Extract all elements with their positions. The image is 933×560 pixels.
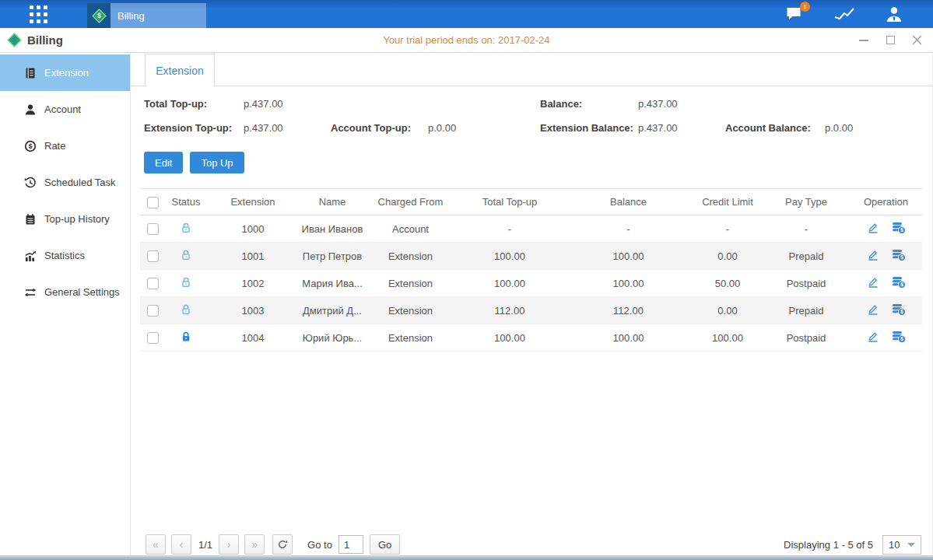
svg-text:$: $ — [900, 336, 903, 342]
name-cell: Мария Ива... — [299, 270, 366, 297]
credit-limit-cell: - — [693, 215, 763, 243]
total-topup-cell: 112.00 — [455, 297, 564, 324]
account-icon — [23, 103, 37, 116]
edit-pencil-icon[interactable] — [867, 303, 879, 316]
topup-coins-icon[interactable]: $ — [892, 331, 906, 343]
table-row[interactable]: 1001 Петр Петров Extension 100.00 100.00… — [140, 243, 922, 270]
table-row[interactable]: 1000 Иван Иванов Account - - - - $ — [140, 215, 922, 243]
sidebar-item-general-settings[interactable]: General Settings — [0, 274, 130, 310]
edit-pencil-icon[interactable] — [867, 331, 879, 343]
close-icon[interactable] — [911, 35, 922, 46]
sidebar-item-extension[interactable]: Extension — [0, 54, 130, 91]
lock-closed-icon[interactable] — [180, 331, 192, 343]
pay-type-cell: - — [763, 215, 850, 243]
account-balance-label: Account Balance: — [725, 122, 811, 134]
lock-open-icon[interactable] — [180, 276, 192, 289]
column-header-total-topup: Total Top-up — [455, 189, 564, 215]
extension-cell: 1003 — [207, 297, 299, 324]
sidebar-item-label: General Settings — [44, 286, 120, 298]
sidebar-item-account[interactable]: Account — [0, 91, 130, 128]
sidebar-item-scheduled-task[interactable]: Scheduled Task — [0, 164, 130, 201]
column-header-pay-type: Pay Type — [763, 189, 850, 215]
next-page-button[interactable]: › — [219, 534, 239, 555]
window-titlebar: $ Billing Your trial period ends on: 201… — [0, 28, 933, 53]
main-content: Extension Total Top-up: p.437.00 Balance… — [131, 53, 932, 555]
credit-limit-cell: 50.00 — [693, 270, 763, 297]
sidebar-item-label: Extension — [44, 67, 89, 79]
column-header-extension: Extension — [207, 189, 299, 215]
goto-page-input[interactable] — [338, 535, 363, 554]
notifications-icon[interactable]: ! — [785, 6, 804, 22]
sidebar-item-statistics[interactable]: Statistics — [0, 237, 130, 274]
taskbar-billing-tab[interactable]: $ Billing — [87, 3, 206, 28]
select-all-checkbox[interactable] — [147, 197, 159, 208]
statistics-chart-icon[interactable] — [833, 6, 855, 22]
topup-history-icon — [23, 212, 37, 226]
name-cell: Иван Иванов — [299, 215, 366, 243]
user-account-icon[interactable] — [885, 6, 903, 23]
table-row[interactable]: 1004 Юрий Юрь... Extension 100.00 100.00… — [140, 324, 922, 352]
table-row[interactable]: 1003 Дмитрий Д... Extension 112.00 112.0… — [140, 297, 922, 324]
extension-balance-label: Extension Balance: — [540, 122, 633, 134]
balance-value: p.437.00 — [638, 98, 678, 110]
tab-strip: Extension — [131, 53, 932, 86]
extension-table: Status Extension Name Charged From Total… — [140, 188, 922, 352]
tab-extension[interactable]: Extension — [145, 54, 215, 86]
account-topup-label: Account Top-up: — [331, 122, 411, 134]
lock-open-icon[interactable] — [180, 303, 192, 316]
extension-icon — [23, 66, 37, 79]
window-title: Billing — [27, 33, 63, 47]
sidebar-item-label: Top-up History — [44, 213, 110, 225]
table-header-row: Status Extension Name Charged From Total… — [140, 189, 922, 215]
edit-pencil-icon[interactable] — [867, 249, 879, 261]
balance-label: Balance: — [540, 98, 582, 110]
table-row[interactable]: 1002 Мария Ива... Extension 100.00 100.0… — [140, 270, 922, 297]
charged-from-cell: Extension — [366, 297, 455, 324]
row-checkbox[interactable] — [147, 278, 159, 289]
sidebar-item-label: Scheduled Task — [44, 177, 116, 188]
extension-topup-value: p.437.00 — [244, 122, 283, 134]
topup-coins-icon[interactable]: $ — [892, 249, 906, 261]
billing-app-window: $ Billing ! $ Billing Your trial period … — [0, 0, 933, 560]
balance-cell: - — [564, 215, 693, 243]
maximize-icon[interactable] — [885, 35, 896, 46]
row-checkbox[interactable] — [147, 332, 159, 344]
total-topup-cell: 100.00 — [455, 324, 564, 352]
column-header-operation: Operation — [850, 189, 922, 215]
page-size-dropdown[interactable]: 10 — [882, 535, 921, 555]
top-taskbar: $ Billing ! — [0, 0, 933, 28]
lock-open-icon[interactable] — [180, 222, 192, 234]
account-balance-value: p.0.00 — [825, 122, 853, 134]
charged-from-cell: Extension — [366, 270, 455, 297]
row-checkbox[interactable] — [147, 250, 159, 262]
lock-open-icon[interactable] — [180, 249, 192, 261]
first-page-button[interactable]: « — [146, 534, 166, 555]
topup-coins-icon[interactable]: $ — [892, 276, 906, 289]
edit-button[interactable]: Edit — [144, 152, 183, 173]
topup-button[interactable]: Top Up — [190, 152, 244, 173]
sidebar-item-topup-history[interactable]: Top-up History — [0, 201, 130, 237]
app-grid-icon[interactable] — [30, 5, 47, 23]
edit-pencil-icon[interactable] — [867, 222, 879, 234]
sidebar-item-rate[interactable]: $ Rate — [0, 128, 130, 164]
topup-coins-icon[interactable]: $ — [892, 303, 906, 316]
go-button[interactable]: Go — [370, 534, 400, 555]
taskbar-tab-label: Billing — [118, 10, 145, 22]
row-checkbox[interactable] — [147, 223, 159, 235]
pay-type-cell: Postpaid — [763, 324, 850, 352]
refresh-icon[interactable] — [272, 534, 293, 555]
svg-text:$: $ — [900, 254, 903, 261]
credit-limit-cell: 100.00 — [693, 324, 763, 352]
billing-window-icon: $ — [7, 33, 21, 47]
name-cell: Петр Петров — [299, 243, 366, 270]
row-checkbox[interactable] — [147, 305, 159, 317]
edit-pencil-icon[interactable] — [867, 276, 879, 289]
prev-page-button[interactable]: ‹ — [171, 534, 191, 555]
topup-coins-icon[interactable]: $ — [892, 222, 906, 234]
toolbar: Edit Top Up — [144, 152, 244, 173]
page-indicator: 1/1 — [198, 539, 212, 551]
statistics-icon — [23, 249, 37, 262]
last-page-button[interactable]: » — [244, 534, 265, 555]
minimize-icon[interactable] — [858, 35, 869, 46]
rate-icon: $ — [23, 139, 37, 152]
